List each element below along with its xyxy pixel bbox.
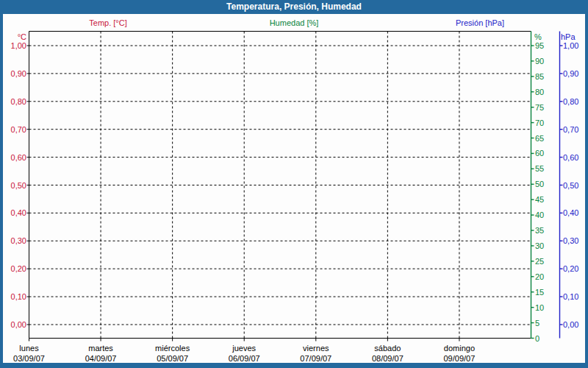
humidity-tick-label: 60 [535,149,544,158]
temp-tick-label: 0,10 [11,292,26,301]
pressure-tick-label: 0,00 [563,320,578,329]
humidity-tick-label: 10 [535,303,544,312]
day-date-label: 07/09/07 [300,354,331,363]
day-name-label: lunes [19,344,39,353]
temp-tick-label: 0,90 [11,69,26,78]
temp-tick-label: 0,80 [11,97,26,106]
window-title: Temperatura, Presión, Humedad [226,1,362,12]
humidity-tick-label: 40 [535,210,544,219]
humidity-tick-label: 45 [535,195,544,204]
temp-tick-label: 0,40 [11,208,26,217]
window-border-right [585,14,588,368]
humidity-tick-label: 95 [535,41,544,50]
pressure-tick-label: 0,90 [563,69,578,78]
humidity-tick-label: 70 [535,118,544,127]
day-date-label: 05/09/07 [157,354,188,363]
pressure-tick-label: 1,00 [563,41,578,50]
temp-axis-unit: °C [18,32,26,41]
day-date-label: 03/09/07 [13,354,45,363]
humidity-tick-label: 35 [535,226,544,235]
pressure-tick-label: 0,20 [563,264,578,273]
day-name-label: miércoles [155,344,190,353]
day-name-label: sábado [374,344,401,353]
day-name-label: martes [88,344,113,353]
day-name-label: domingo [444,344,475,353]
temp-tick-label: 0,30 [11,236,26,245]
humidity-tick-label: 5 [535,319,539,328]
weather-chart-window: 1,000,900,800,700,600,500,400,300,200,10… [0,0,588,368]
chart-plot-area: 1,000,900,800,700,600,500,400,300,200,10… [0,0,588,368]
day-date-label: 08/09/07 [372,354,404,363]
day-date-label: 04/09/07 [85,354,117,363]
pressure-tick-label: 0,10 [563,292,578,301]
humidity-tick-label: 90 [535,57,544,66]
window-border-bottom [0,363,588,368]
pressure-tick-label: 0,30 [563,236,578,245]
pressure-axis-unit: hPa [561,32,576,41]
humidity-tick-label: 80 [535,88,544,96]
pressure-tick-label: 0,40 [563,208,578,217]
humidity-tick-label: 20 [535,272,544,281]
pressure-tick-label: 0,60 [563,153,578,162]
day-date-label: 09/09/07 [444,354,476,363]
pressure-tick-label: 0,70 [563,125,578,134]
humidity-tick-label: 85 [535,72,544,81]
humidity-tick-label: 55 [535,164,544,173]
temp-tick-label: 0,60 [11,153,26,162]
pressure-tick-label: 0,50 [563,181,578,190]
humidity-tick-label: 75 [535,103,544,112]
window-border-left [0,14,3,368]
humidity-tick-label: 65 [535,134,544,143]
title-bar: Temperatura, Presión, Humedad [0,0,588,14]
temp-tick-label: 0,50 [11,181,26,190]
temp-tick-label: 1,00 [11,41,26,50]
humidity-tick-label: 30 [535,241,544,250]
humidity-tick-label: 25 [535,257,544,266]
humidity-axis-unit: % [534,32,542,41]
humidity-tick-label: 50 [535,180,544,188]
temp-tick-label: 0,20 [11,264,26,273]
humidity-tick-label: 15 [535,288,544,297]
day-name-label: viernes [303,344,329,353]
legend-temperature: Temp. [°C] [89,18,126,27]
humidity-tick-label: 0 [535,334,539,343]
legend-pressure: Presión [hPa] [456,18,504,27]
temp-tick-label: 0,00 [11,320,26,329]
legend-humidity: Humedad [%] [270,18,319,27]
day-date-label: 06/09/07 [229,354,260,363]
pressure-tick-label: 0,80 [563,97,578,106]
temp-tick-label: 0,70 [11,125,26,134]
day-name-label: jueves [232,344,256,353]
